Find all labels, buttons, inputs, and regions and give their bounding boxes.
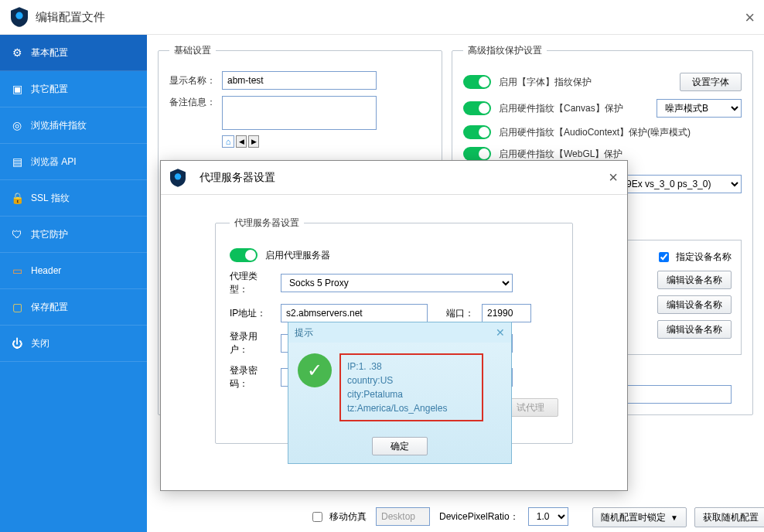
mobile-checkbox[interactable]: [312, 512, 322, 522]
header-icon: ▭: [11, 264, 23, 277]
nav-label: 浏览器 API: [31, 155, 77, 169]
app-logo-icon: [170, 169, 186, 187]
nav-browser-api[interactable]: ▤浏览器 API: [0, 144, 147, 180]
device-check-label: 指定设备名称: [676, 251, 732, 264]
proxy-close-icon[interactable]: ×: [609, 169, 618, 186]
nav-save[interactable]: ▢保存配置: [0, 289, 147, 326]
display-name-label: 显示名称：: [169, 74, 216, 87]
proxy-type-label: 代理类型：: [230, 270, 273, 296]
nav-header[interactable]: ▭Header: [0, 253, 147, 289]
nav-label: 关闭: [31, 337, 49, 350]
hw-select[interactable]: 9Ex vs_3_0 ps_3_0): [618, 175, 742, 193]
shield-icon: 🛡: [11, 228, 23, 240]
nav-basic[interactable]: ⚙基本配置: [0, 35, 147, 71]
home-icon[interactable]: ⌂: [222, 135, 234, 148]
set-font-button[interactable]: 设置字体: [680, 73, 742, 91]
ip-input[interactable]: [281, 304, 428, 322]
proxy-legend: 代理服务器设置: [230, 217, 304, 230]
canvas-toggle[interactable]: [463, 101, 491, 115]
panel-icon: ▣: [11, 83, 23, 95]
bottom-bar: 随机配置时锁定▼ 获取随机配置▼ 保存配置: [592, 507, 753, 527]
success-check-icon: ✓: [298, 353, 332, 387]
power-icon: ⏻: [11, 337, 23, 350]
save-icon: ▢: [11, 301, 23, 313]
list-icon: ▤: [11, 155, 23, 168]
nav-label: 其它配置: [31, 83, 68, 96]
edit-device-2-button[interactable]: 编辑设备名称: [657, 295, 732, 314]
ip-label: IP地址：: [230, 307, 273, 320]
proxy-type-select[interactable]: Socks 5 Proxy: [281, 274, 513, 292]
nav-ssl-fp[interactable]: 🔒SSL 指纹: [0, 180, 147, 217]
audio-label: 启用硬件指纹【AudioContext】保护(噪声模式): [499, 126, 742, 139]
gear-icon: ⚙: [11, 46, 23, 59]
titlebar: 编辑配置文件 ×: [0, 0, 764, 35]
edit-device-1-button[interactable]: 编辑设备名称: [657, 271, 732, 289]
mobile-row: 移动仿真 DevicePixelRatio： 1.0: [309, 507, 568, 526]
port-label: 端口：: [446, 307, 474, 320]
window-close-icon[interactable]: ×: [745, 8, 755, 28]
tip-country: country:US: [347, 373, 476, 387]
tip-close-icon[interactable]: ✕: [496, 326, 505, 339]
tip-ip: IP:1. .38: [347, 360, 476, 373]
tip-header: 提示✕: [288, 322, 511, 343]
desktop-input: [376, 507, 430, 526]
nav-label: 浏览插件指纹: [31, 119, 87, 132]
window-title: 编辑配置文件: [36, 10, 105, 25]
sidebar: ⚙基本配置 ▣其它配置 ◎浏览插件指纹 ▤浏览器 API 🔒SSL 指纹 🛡其它…: [0, 35, 147, 532]
chevron-down-icon: ▼: [670, 513, 678, 522]
basic-legend: 基础设置: [169, 44, 216, 57]
mobile-label: 移动仿真: [329, 510, 367, 523]
tip-info-box: IP:1. .38 country:US city:Petaluma tz:Am…: [339, 353, 483, 421]
svg-point-1: [175, 173, 181, 179]
nav-plugin-fp[interactable]: ◎浏览插件指纹: [0, 107, 147, 144]
font-toggle[interactable]: [463, 75, 491, 89]
adv-legend: 高级指纹保护设置: [463, 44, 547, 57]
webgl-label: 启用硬件指纹【WebGL】保护: [499, 148, 742, 161]
nav-label: 保存配置: [31, 301, 68, 314]
app-logo-icon: [11, 7, 28, 27]
svg-point-0: [15, 12, 22, 19]
nav-other-protect[interactable]: 🛡其它防护: [0, 217, 147, 253]
get-random-button[interactable]: 获取随机配置▼: [694, 507, 764, 527]
remark-input[interactable]: [222, 96, 377, 130]
lock-random-button[interactable]: 随机配置时锁定▼: [592, 507, 687, 527]
audio-toggle[interactable]: [463, 125, 491, 139]
nav-label: Header: [31, 265, 61, 276]
pass-label: 登录密码：: [230, 364, 273, 390]
nav-other[interactable]: ▣其它配置: [0, 71, 147, 107]
ratio-label: DevicePixelRatio：: [439, 510, 519, 523]
proxy-dialog-title: 代理服务器设置: [200, 171, 275, 185]
proxy-enable-label: 启用代理服务器: [265, 249, 330, 262]
nav-label: SSL 指纹: [31, 192, 70, 205]
edit-device-3-button[interactable]: 编辑设备名称: [657, 320, 732, 339]
tip-ok-button[interactable]: 确定: [372, 437, 428, 455]
webgl-toggle[interactable]: [463, 147, 491, 161]
tip-city: city:Petaluma: [347, 387, 476, 401]
nav-label: 基本配置: [31, 46, 68, 60]
prev-icon[interactable]: ◀: [236, 135, 247, 148]
tip-title: 提示: [295, 326, 313, 339]
tip-dialog: 提示✕ ✓ IP:1. .38 country:US city:Petaluma…: [288, 322, 512, 464]
user-label: 登录用户：: [230, 330, 273, 356]
device-checkbox[interactable]: [659, 252, 669, 262]
next-icon[interactable]: ▶: [248, 135, 259, 148]
proxy-dialog-header: 代理服务器设置 ×: [161, 161, 627, 195]
lock-icon: 🔒: [11, 192, 23, 204]
canvas-label: 启用硬件指纹【Canvas】保护: [499, 102, 649, 115]
port-input[interactable]: [482, 304, 531, 322]
nav-close[interactable]: ⏻关闭: [0, 326, 147, 362]
tip-tz: tz:America/Los_Angeles: [347, 401, 476, 415]
font-label: 启用【字体】指纹保护: [499, 76, 672, 89]
proxy-enable-toggle[interactable]: [230, 248, 258, 262]
ratio-select[interactable]: 1.0: [528, 507, 568, 526]
remark-label: 备注信息：: [169, 96, 216, 109]
nav-label: 其它防护: [31, 228, 68, 241]
target-icon: ◎: [11, 119, 23, 131]
canvas-mode-select[interactable]: 噪声模式B: [657, 99, 742, 118]
display-name-input[interactable]: [222, 71, 377, 90]
